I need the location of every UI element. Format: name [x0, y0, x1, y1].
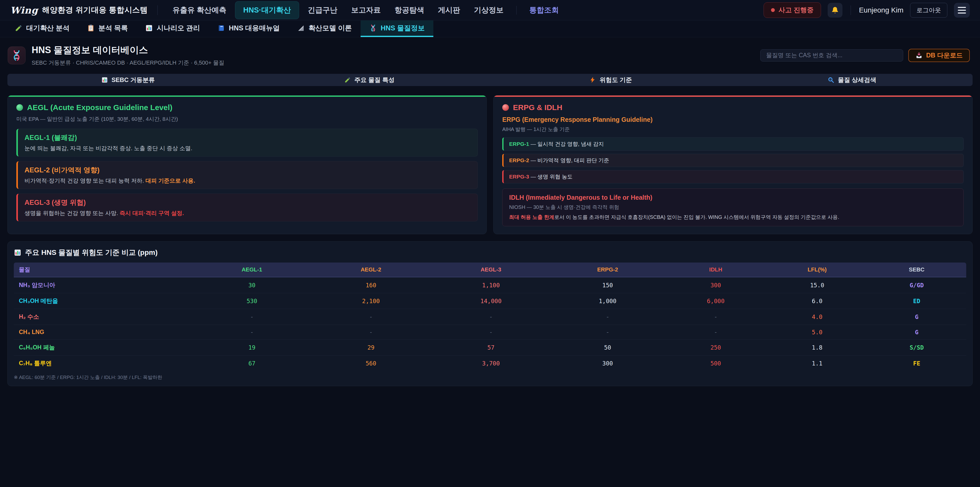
cell-erpg2: -	[551, 309, 664, 325]
table-row: C₆H₅OH 페놀192957502501.8S/SD	[14, 340, 966, 356]
ruler-icon	[297, 24, 305, 32]
logout-button[interactable]: 로그아웃	[910, 3, 947, 18]
cell-sebc: FE	[867, 356, 966, 371]
cell-substance: H₂ 수소	[14, 309, 193, 325]
erpg-panel-title: ERPG & IDLH	[502, 103, 964, 112]
cell-idlh: 300	[664, 277, 767, 293]
db-download-button[interactable]: DB 다운로드	[908, 49, 970, 62]
idlh-info-box: IDLH (Immediately Dangerous to Life or H…	[502, 188, 964, 226]
cell-idlh: 250	[664, 340, 767, 356]
topbar-right-cluster: 사고 진행중 Eunjeong Kim 로그아웃	[764, 2, 970, 18]
table-row: C₇H₈ 톨루엔675603,7003005001.1FE	[14, 356, 966, 371]
section-tab-sebc-classification[interactable]: SEBC 거동분류	[7, 74, 249, 86]
erpg-level-2-row: ERPG-2 — 비가역적 영향, 대피 판단 기준	[502, 154, 964, 167]
nav-item-hns-air-diffusion[interactable]: HNS·대기확산	[235, 1, 299, 19]
aegl-level-3-box: AEGL-3 (생명 위협)생명을 위협하는 건강 영향 또는 사망. 즉시 대…	[16, 193, 478, 221]
incident-badge-label: 사고 진행중	[778, 6, 813, 14]
cell-aegl3: -	[431, 325, 551, 340]
cell-sebc: G	[867, 309, 966, 325]
subtab-air-diffusion-analysis[interactable]: 대기확산 분석	[6, 21, 78, 37]
pencil-icon	[15, 24, 22, 32]
table-row: NH₃ 암모니아301601,10015030015.0G/GD	[14, 277, 966, 293]
nav-item-aerial-search[interactable]: 항공탐색	[390, 1, 429, 19]
cell-substance: NH₃ 암모니아	[14, 277, 193, 293]
nav-item-board[interactable]: 게시판	[433, 1, 465, 19]
subtab-scenario-management[interactable]: 시나리오 관리	[137, 21, 209, 37]
nav-item-oil-spill-forecast[interactable]: 유출유 확산예측	[167, 1, 231, 19]
section-tab-substance-detail-search[interactable]: 물질 상세검색	[732, 74, 973, 86]
hazard-comparison-table: 물질AEGL-1AEGL-2AEGL-3ERPG-2IDLHLFL(%)SEBC…	[14, 262, 966, 371]
top-navigation-bar: Wing 해양환경 위기대응 통합시스템 유출유 확산예측HNS·대기확산긴급구…	[0, 0, 980, 21]
cell-aegl2: -	[311, 309, 431, 325]
nav-item-emergency-rescue[interactable]: 긴급구난	[303, 1, 342, 19]
erpg-idlh-panel: ERPG & IDLH ERPG (Emergency Response Pla…	[493, 95, 973, 234]
cell-aegl2: 560	[311, 356, 431, 371]
menu-button[interactable]	[954, 3, 970, 18]
cell-lfl: 5.0	[767, 325, 867, 340]
cell-erpg2: 300	[551, 356, 664, 371]
chart-icon	[101, 77, 108, 83]
subtab-hns-response-manual[interactable]: HNS 대응매뉴얼	[209, 21, 289, 37]
aegl-level-name: AEGL-1 (불쾌감)	[24, 133, 471, 142]
bell-icon	[831, 6, 839, 14]
cell-aegl1: 530	[193, 293, 311, 309]
logo-wordmark: Wing	[10, 5, 38, 16]
aegl-level-name: AEGL-2 (비가역적 영향)	[24, 166, 471, 175]
divider	[851, 5, 851, 15]
erpg-subtitle: AIHA 발행 — 1시간 노출 기준	[502, 126, 964, 133]
clipboard-icon	[87, 24, 95, 32]
nav-item-reports[interactable]: 보고자료	[346, 1, 386, 19]
idlh-subtitle: NIOSH — 30분 노출 시 생명·건강에 즉각적 위험	[509, 204, 957, 211]
cell-aegl2: -	[311, 325, 431, 340]
app-title: 해양환경 위기대응 통합시스템	[42, 5, 148, 15]
bar-chart-icon	[14, 249, 21, 256]
cell-erpg2: 1,000	[551, 293, 664, 309]
table-footnote: ※ AEGL: 60분 기준 / ERPG: 1시간 노출 / IDLH: 30…	[14, 374, 966, 381]
cell-lfl: 6.0	[767, 293, 867, 309]
chart-icon	[145, 24, 153, 32]
subtab-diffusion-model-theory[interactable]: 확산모델 이론	[288, 21, 361, 37]
aegl-panel-subtitle: 미국 EPA — 일반인 급성 노출 기준 (10분, 30분, 60분, 4시…	[16, 115, 478, 123]
cell-lfl: 15.0	[767, 277, 867, 293]
cell-aegl1: 67	[193, 356, 311, 371]
cell-aegl1: 30	[193, 277, 311, 293]
column-header-물질: 물질	[14, 262, 193, 277]
idlh-description: 최대 허용 노출 한계로서 이 농도를 초과하면 자급식 호흡장치(SCBA) …	[509, 213, 957, 221]
erpg-level-3-row: ERPG-3 — 생명 위협 농도	[502, 170, 964, 184]
cell-idlh: -	[664, 309, 767, 325]
section-tab-bar: SEBC 거동분류주요 물질 특성위험도 기준물질 상세검색	[7, 74, 973, 86]
table-row: CH₄ LNG-----5.0G	[14, 325, 966, 340]
substance-search-input[interactable]	[760, 49, 903, 62]
table-title: 주요 HNS 물질별 위험도 기준 비교 (ppm)	[14, 248, 966, 257]
search-icon	[828, 77, 834, 83]
cell-aegl2: 29	[311, 340, 431, 356]
cell-aegl3: 14,000	[431, 293, 551, 309]
page-subtitle: SEBC 거동분류 · CHRIS/CAMEO DB · AEGL/ERPG/I…	[32, 59, 224, 67]
incident-dot-icon	[771, 8, 775, 12]
cell-aegl3: 1,100	[431, 277, 551, 293]
notifications-button[interactable]	[828, 3, 842, 18]
aegl-level-desc: 생명을 위협하는 건강 영향 또는 사망. 즉시 대피·격리 구역 설정.	[24, 209, 471, 217]
aegl-panel: AEGL (Acute Exposure Guideline Level) 미국…	[7, 95, 487, 234]
cell-substance: CH₄ LNG	[14, 325, 193, 340]
section-tab-substance-properties[interactable]: 주요 물질 특성	[249, 74, 490, 86]
idlh-title: IDLH (Immediately Dangerous to Life or H…	[509, 194, 957, 201]
cell-substance: CH₃OH 메탄올	[14, 293, 193, 309]
column-header-aegl-1: AEGL-1	[193, 262, 311, 277]
column-header-sebc: SEBC	[867, 262, 966, 277]
cell-aegl2: 2,100	[311, 293, 431, 309]
subtab-analysis-list[interactable]: 분석 목록	[78, 21, 137, 37]
cell-idlh: 6,000	[664, 293, 767, 309]
cell-aegl2: 160	[311, 277, 431, 293]
cell-aegl1: -	[193, 325, 311, 340]
app-logo[interactable]: Wing 해양환경 위기대응 통합시스템	[10, 5, 148, 16]
section-tab-hazard-criteria[interactable]: 위험도 기준	[490, 74, 732, 86]
cell-idlh: -	[664, 325, 767, 340]
nav-item-weather-info[interactable]: 기상정보	[469, 1, 509, 19]
aegl-level-1-box: AEGL-1 (불쾌감)눈에 띄는 불쾌감, 자극 또는 비감각적 증상. 노출…	[16, 129, 478, 156]
cell-erpg2: 150	[551, 277, 664, 293]
erpg-level-1-row: ERPG-1 — 일시적 건강 영향, 냄새 감지	[502, 137, 964, 151]
cell-aegl1: 19	[193, 340, 311, 356]
nav-item-integrated-search[interactable]: 통합조회	[524, 1, 564, 19]
subtab-hns-substance-info[interactable]: HNS 물질정보	[361, 21, 434, 37]
